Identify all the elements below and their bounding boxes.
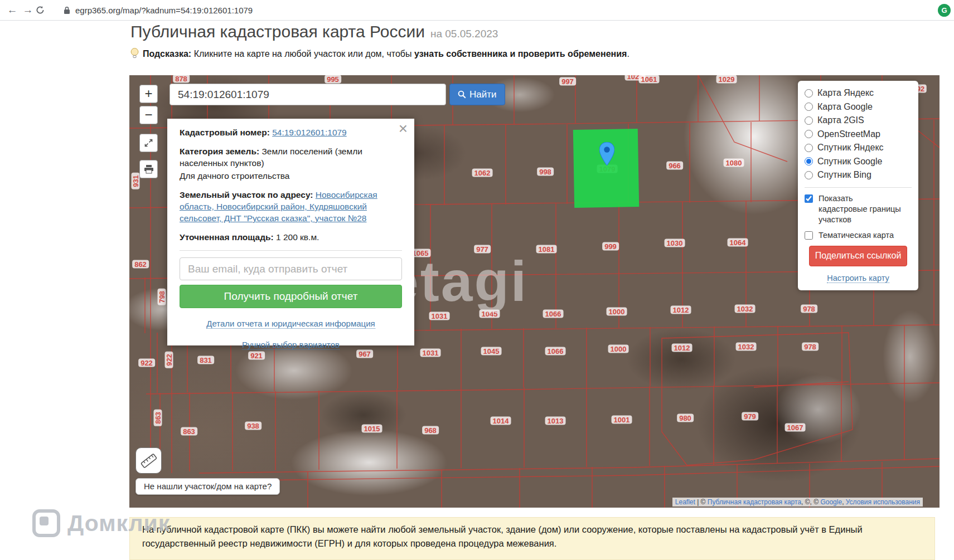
manual-select-link[interactable]: Ручной выбор вариантов [180, 339, 402, 350]
layer-radio[interactable] [805, 116, 813, 125]
layer-label: Спутник Google [817, 157, 882, 167]
layer-option[interactable]: Карта 2GIS [805, 114, 912, 128]
layer-option[interactable]: OpenStreetMap [805, 128, 912, 142]
parcel-badge[interactable]: 798 [158, 289, 166, 305]
report-details-label: Детали отчета и юридическая информация [206, 319, 375, 329]
hint-label: Подсказка: [143, 49, 191, 59]
domclick-logo-icon [32, 509, 60, 537]
layer-radio[interactable] [805, 157, 813, 165]
parcel-badge[interactable]: 1081 [536, 245, 557, 254]
parcel-badge[interactable]: 1014 [491, 417, 511, 425]
reload-icon[interactable] [36, 6, 51, 14]
layer-radio[interactable] [805, 103, 813, 111]
layer-checkbox[interactable] [805, 231, 813, 240]
parcel-badge[interactable]: 1032 [736, 343, 757, 351]
panel-divider [805, 187, 912, 188]
print-button[interactable] [139, 160, 158, 178]
parcel-badge[interactable]: 922 [138, 359, 155, 367]
configure-map-label: Настроить карту [827, 274, 889, 283]
pkk-link[interactable]: Публичная кадастровая карта [708, 498, 801, 506]
leaflet-link[interactable]: Leaflet [675, 498, 695, 506]
forward-icon[interactable]: → [20, 4, 36, 16]
parcel-badge[interactable]: 995 [325, 75, 341, 84]
report-details-link[interactable]: Детали отчета и юридическая информация [180, 318, 402, 329]
email-field[interactable] [180, 257, 402, 280]
close-icon[interactable]: × [399, 121, 408, 137]
url-text[interactable]: egrp365.org/map/?kadnum=54:19:012601:107… [75, 6, 253, 15]
parcel-badge[interactable]: 997 [559, 77, 576, 86]
share-link-button[interactable]: Поделиться ссылкой [809, 246, 907, 266]
parcel-badge[interactable]: 938 [245, 422, 261, 430]
layer-option[interactable]: Спутник Bing [805, 168, 912, 182]
parcel-badge[interactable]: 931 [132, 173, 140, 189]
parcel-badge[interactable]: 863 [154, 410, 162, 426]
layer-option[interactable]: Спутник Яндекс [805, 141, 912, 155]
parcel-badge[interactable]: 1001 [612, 416, 632, 424]
layer-checkbox[interactable] [805, 194, 813, 203]
parcel-badge[interactable]: 1000 [607, 308, 627, 316]
parcel-badge[interactable]: 1013 [545, 417, 566, 425]
parcel-badge[interactable]: 1030 [665, 239, 685, 247]
parcel-badge[interactable]: 968 [422, 426, 439, 435]
parcel-badge[interactable]: 1062 [472, 169, 493, 177]
layer-option[interactable]: Спутник Google [805, 155, 912, 169]
terms-link[interactable]: Условия использования [846, 498, 920, 506]
parcel-badge[interactable]: 862 [132, 260, 149, 269]
parcel-badge[interactable]: 921 [248, 352, 265, 360]
parcel-badge[interactable]: 966 [666, 162, 683, 170]
layer-toggle[interactable]: Показать кадастровые границы участков [805, 193, 912, 225]
address-label: Земельный участок по адресу: [180, 190, 313, 199]
cadastral-search-input[interactable] [170, 84, 446, 105]
search-icon [458, 90, 466, 99]
parcel-badge[interactable]: 1080 [724, 159, 744, 167]
layer-option[interactable]: Карта Яндекс [805, 86, 912, 100]
parcel-badge[interactable]: 1066 [543, 310, 564, 318]
parcel-badge[interactable]: 998 [537, 168, 554, 176]
find-button[interactable]: Найти [449, 84, 505, 105]
parcel-badge[interactable]: 1067 [785, 423, 806, 432]
measure-tool-button[interactable] [135, 447, 162, 474]
layer-radio[interactable] [805, 89, 813, 98]
parcel-badge[interactable]: 1012 [671, 306, 691, 314]
parcel-badge[interactable]: 999 [602, 242, 619, 251]
parcel-badge[interactable]: 1045 [481, 347, 502, 356]
selected-parcel-highlight[interactable] [573, 129, 639, 208]
attr-sep: , ©, © [801, 498, 820, 506]
parcel-badge[interactable]: 1066 [545, 347, 566, 356]
google-link[interactable]: Google [820, 498, 842, 506]
layer-radio[interactable] [805, 171, 813, 179]
parcel-badge[interactable]: 922 [165, 352, 173, 368]
parcel-badge[interactable]: 978 [802, 343, 819, 351]
get-report-button[interactable]: Получить подробный отчет [180, 285, 402, 308]
parcel-badge[interactable]: 1061 [639, 75, 660, 84]
domclick-logo-text: Домклик [67, 510, 170, 537]
parcel-not-found-button[interactable]: Не нашли участок/дом на карте? [135, 478, 280, 495]
parcel-badge[interactable]: 1012 [672, 344, 693, 352]
cadnum-link[interactable]: 54:19:012601:1079 [272, 128, 347, 137]
parcel-badge[interactable]: 1029 [716, 75, 737, 84]
parcel-badge[interactable]: 979 [742, 412, 758, 421]
parcel-badge[interactable]: 878 [173, 75, 190, 83]
zoom-out-button[interactable]: − [139, 106, 158, 124]
parcel-badge[interactable]: 978 [801, 305, 817, 313]
parcel-badge[interactable]: 1064 [728, 238, 748, 247]
layer-radio[interactable] [805, 130, 813, 138]
parcel-badge[interactable]: 863 [181, 427, 197, 436]
page-title-date: на 05.05.2023 [430, 28, 498, 40]
profile-avatar[interactable]: G [938, 4, 951, 17]
parcel-badge[interactable]: 1031 [420, 349, 441, 357]
layer-toggle[interactable]: Тематическая карта [805, 230, 912, 241]
back-icon[interactable]: ← [4, 4, 20, 16]
parcel-badge[interactable]: 1015 [362, 425, 382, 433]
layer-radio[interactable] [805, 144, 813, 152]
cadnum-label: Кадастровый номер: [180, 128, 270, 137]
layer-option[interactable]: Карта Google [805, 100, 912, 114]
fullscreen-button[interactable] [139, 134, 158, 152]
parcel-badge[interactable]: 1000 [608, 345, 629, 353]
parcel-badge[interactable]: 980 [677, 414, 694, 422]
configure-map-link[interactable]: Настроить карту [805, 274, 912, 283]
zoom-in-button[interactable]: + [139, 85, 158, 103]
parcel-badge[interactable]: 967 [356, 350, 373, 358]
parcel-badge[interactable]: 1032 [735, 305, 756, 313]
parcel-badge[interactable]: 831 [197, 356, 214, 364]
